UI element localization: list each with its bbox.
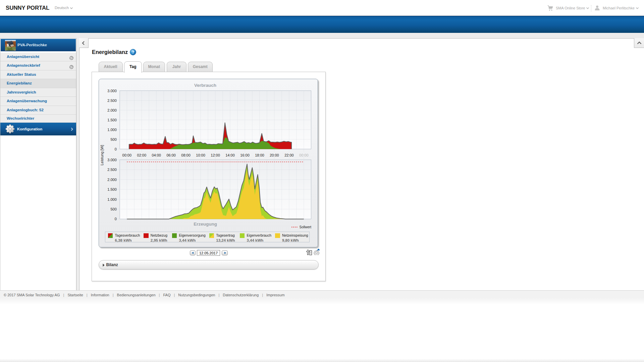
svg-text:18:00: 18:00 bbox=[255, 153, 264, 157]
svg-text:00:00: 00:00 bbox=[122, 153, 132, 157]
svg-text:1.000: 1.000 bbox=[107, 197, 117, 201]
svg-text:0: 0 bbox=[115, 217, 117, 221]
svg-text:16:00: 16:00 bbox=[240, 153, 250, 157]
svg-text:2.500: 2.500 bbox=[107, 168, 117, 172]
svg-text:12:00: 12:00 bbox=[211, 153, 220, 157]
svg-text:02:00: 02:00 bbox=[137, 153, 147, 157]
svg-text:00:00: 00:00 bbox=[299, 153, 309, 157]
svg-text:0: 0 bbox=[115, 147, 117, 151]
svg-text:Verbrauch: Verbrauch bbox=[194, 83, 216, 88]
svg-text:10:00: 10:00 bbox=[196, 153, 205, 157]
svg-text:Erzeugung: Erzeugung bbox=[194, 222, 217, 227]
svg-text:1.500: 1.500 bbox=[107, 187, 117, 191]
svg-text:20:00: 20:00 bbox=[270, 153, 279, 157]
svg-text:2.500: 2.500 bbox=[107, 99, 117, 103]
svg-text:08:00: 08:00 bbox=[181, 153, 191, 157]
svg-text:3.000: 3.000 bbox=[107, 158, 117, 162]
svg-text:Leistung [W]: Leistung [W] bbox=[100, 145, 104, 165]
svg-text:2.000: 2.000 bbox=[107, 178, 117, 182]
svg-text:1.500: 1.500 bbox=[107, 118, 117, 122]
svg-text:04:00: 04:00 bbox=[152, 153, 161, 157]
svg-text:Sollwert: Sollwert bbox=[300, 225, 312, 229]
svg-text:500: 500 bbox=[110, 207, 116, 211]
svg-text:22:00: 22:00 bbox=[284, 153, 294, 157]
svg-text:14:00: 14:00 bbox=[225, 153, 235, 157]
svg-text:1.000: 1.000 bbox=[107, 128, 117, 132]
svg-text:500: 500 bbox=[110, 137, 116, 141]
svg-text:3.000: 3.000 bbox=[107, 89, 117, 93]
svg-text:?: ? bbox=[132, 50, 135, 55]
svg-text:06:00: 06:00 bbox=[166, 153, 176, 157]
svg-text:2.000: 2.000 bbox=[107, 108, 117, 112]
